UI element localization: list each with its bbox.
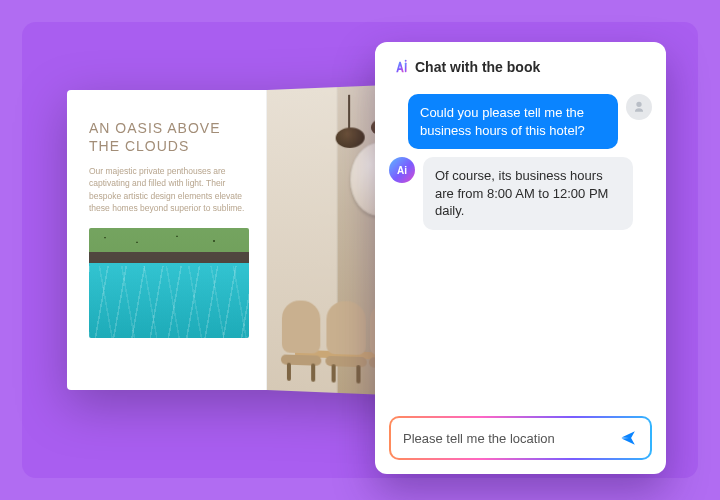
svg-point-1	[405, 60, 407, 62]
bot-message-bubble: Of course, its business hours are from 8…	[423, 157, 633, 230]
book-page-left: AN OASIS ABOVE THE CLOUDS Our majestic p…	[67, 90, 267, 390]
page-heading: AN OASIS ABOVE THE CLOUDS	[89, 120, 249, 155]
canvas: AN OASIS ABOVE THE CLOUDS Our majestic p…	[22, 22, 698, 478]
svg-rect-0	[405, 63, 407, 73]
user-avatar-icon	[626, 94, 652, 120]
message-row-bot: Ai Of course, its business hours are fro…	[389, 157, 652, 230]
chat-header: Chat with the book	[389, 56, 652, 86]
chat-input-container	[389, 416, 652, 460]
chat-panel: Chat with the book Could you please tell…	[375, 42, 666, 474]
user-message-bubble: Could you please tell me the business ho…	[408, 94, 618, 149]
send-icon	[619, 428, 639, 448]
chat-messages: Could you please tell me the business ho…	[389, 86, 652, 416]
chat-title: Chat with the book	[415, 59, 540, 75]
ai-logo-icon	[391, 58, 409, 76]
chat-input[interactable]	[403, 431, 618, 446]
bot-avatar-label: Ai	[397, 165, 407, 176]
bot-avatar-icon: Ai	[389, 157, 415, 183]
pool-photo	[89, 228, 249, 338]
page-body: Our majestic private penthouses are capt…	[89, 165, 249, 214]
send-button[interactable]	[618, 427, 640, 449]
message-row-user: Could you please tell me the business ho…	[389, 94, 652, 149]
